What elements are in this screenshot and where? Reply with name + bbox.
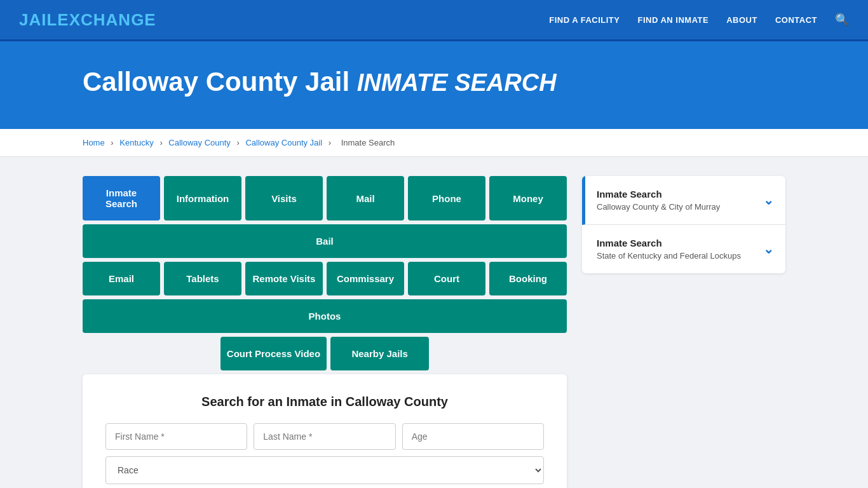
tab-row-1: Inmate Search Information Visits Mail Ph…: [83, 176, 567, 258]
breadcrumb: Home › Kentucky › Calloway County › Call…: [0, 129, 868, 157]
nav-about[interactable]: ABOUT: [726, 15, 757, 25]
tab-inmate-search[interactable]: Inmate Search: [83, 176, 160, 220]
main-container: Inmate Search Information Visits Mail Ph…: [0, 157, 868, 488]
search-fields: Race White Black Hispanic Asian Other: [105, 423, 544, 484]
tab-court[interactable]: Court: [408, 262, 485, 295]
sidebar-item-2-title: Inmate Search: [597, 238, 763, 248]
search-icon[interactable]: 🔍: [835, 13, 849, 27]
breadcrumb-sep-3: ›: [237, 138, 242, 147]
left-column: Inmate Search Information Visits Mail Ph…: [83, 176, 567, 488]
sidebar-item-1-title: Inmate Search: [597, 189, 763, 200]
tab-row-2: Email Tablets Remote Visits Commissary C…: [83, 262, 567, 333]
breadcrumb-home[interactable]: Home: [83, 138, 105, 147]
tab-row-3: Court Process Video Nearby Jails: [83, 337, 567, 370]
search-card: Search for an Inmate in Calloway County …: [83, 374, 567, 488]
nav-contact[interactable]: CONTACT: [775, 15, 817, 25]
breadcrumb-calloway-county[interactable]: Calloway County: [168, 138, 231, 147]
tab-commissary[interactable]: Commissary: [327, 262, 404, 295]
nav-links: FIND A FACILITY FIND AN INMATE ABOUT CON…: [549, 13, 849, 27]
tab-information[interactable]: Information: [164, 176, 241, 220]
breadcrumb-calloway-jail[interactable]: Calloway County Jail: [245, 138, 322, 147]
tab-remote-visits[interactable]: Remote Visits: [245, 262, 323, 295]
tab-visits[interactable]: Visits: [245, 176, 323, 220]
nav-find-inmate[interactable]: FIND AN INMATE: [637, 15, 709, 25]
logo-exchange: EXCHANGE: [57, 10, 156, 29]
breadcrumb-kentucky[interactable]: Kentucky: [119, 138, 153, 147]
right-column: Inmate Search Calloway County & City of …: [582, 176, 785, 488]
tab-tablets[interactable]: Tablets: [164, 262, 241, 295]
sidebar-item-1[interactable]: Inmate Search Calloway County & City of …: [582, 176, 785, 225]
site-logo[interactable]: JAILEXCHANGE: [19, 10, 156, 30]
breadcrumb-sep-2: ›: [159, 138, 165, 147]
tab-mail[interactable]: Mail: [327, 176, 404, 220]
tab-booking[interactable]: Booking: [489, 262, 567, 295]
sidebar-item-2[interactable]: Inmate Search State of Kentucky and Fede…: [582, 225, 785, 273]
breadcrumb-inmate-search: Inmate Search: [341, 138, 395, 147]
breadcrumb-sep-4: ›: [329, 138, 334, 147]
age-input[interactable]: [402, 423, 544, 450]
tab-bail[interactable]: Bail: [83, 224, 567, 258]
main-nav: JAILEXCHANGE FIND A FACILITY FIND AN INM…: [0, 0, 868, 41]
hero-section: Calloway County Jail INMATE SEARCH: [0, 41, 868, 129]
race-select[interactable]: Race White Black Hispanic Asian Other: [105, 456, 544, 484]
tab-court-process-video[interactable]: Court Process Video: [220, 337, 327, 370]
sidebar-item-1-sub: Calloway County & City of Murray: [597, 202, 763, 212]
first-name-input[interactable]: [105, 423, 247, 450]
page-title: Calloway County Jail INMATE SEARCH: [83, 67, 849, 97]
chevron-down-icon-2: ⌄: [763, 241, 774, 257]
nav-find-facility[interactable]: FIND A FACILITY: [549, 15, 620, 25]
tab-photos[interactable]: Photos: [83, 299, 567, 333]
sidebar-item-2-sub: State of Kentucky and Federal Lockups: [597, 251, 763, 261]
tab-nearby-jails[interactable]: Nearby Jails: [330, 337, 429, 370]
sidebar-card: Inmate Search Calloway County & City of …: [582, 176, 785, 273]
last-name-input[interactable]: [254, 423, 395, 450]
tab-phone[interactable]: Phone: [408, 176, 485, 220]
tab-money[interactable]: Money: [489, 176, 567, 220]
chevron-down-icon-1: ⌄: [763, 193, 774, 208]
breadcrumb-sep-1: ›: [111, 138, 116, 147]
search-title: Search for an Inmate in Calloway County: [105, 395, 544, 409]
logo-jail: JAIL: [19, 10, 57, 29]
tab-email[interactable]: Email: [83, 262, 160, 295]
